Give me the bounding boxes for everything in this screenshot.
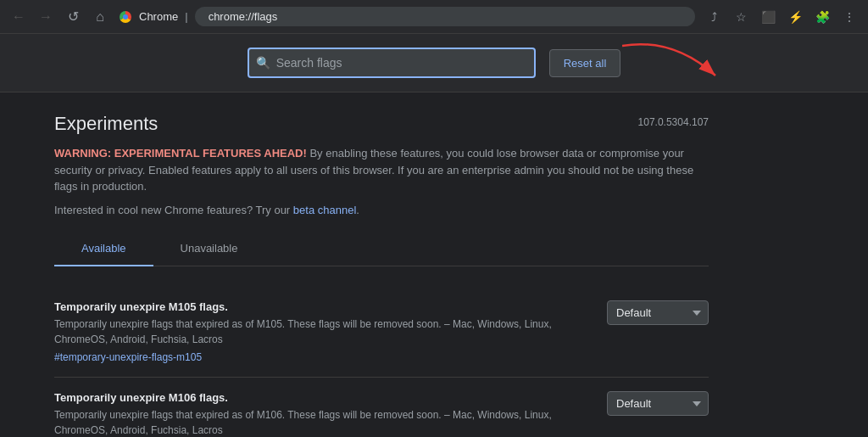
- browser-chrome: ← → ↺ ⌂ Chrome | ⤴ ☆ ⬛ ⚡ 🧩 ⋮: [0, 0, 868, 34]
- back-button[interactable]: ←: [7, 5, 31, 29]
- search-icon: 🔍: [256, 56, 270, 70]
- version-text: 107.0.5304.107: [638, 116, 709, 128]
- puzzle-button[interactable]: 🧩: [810, 5, 834, 29]
- warning-bold-text: WARNING: EXPERIMENTAL FEATURES AHEAD!: [54, 147, 307, 160]
- beta-channel-link[interactable]: beta channel: [293, 204, 356, 216]
- browser-actions: ⤴ ☆ ⬛ ⚡ 🧩 ⋮: [702, 5, 861, 29]
- experiments-header: Experiments 107.0.5304.107: [54, 113, 709, 135]
- search-wrapper: 🔍: [248, 48, 536, 78]
- forward-button[interactable]: →: [34, 5, 58, 29]
- flags-main: Experiments 107.0.5304.107 WARNING: EXPE…: [0, 92, 763, 437]
- search-bar: 🔍 Reset all: [0, 34, 868, 92]
- extension-button[interactable]: ⬛: [756, 5, 780, 29]
- flag-link-m105[interactable]: #temporary-unexpire-flags-m105: [54, 351, 202, 363]
- lightning-button[interactable]: ⚡: [783, 5, 807, 29]
- separator: |: [185, 10, 187, 23]
- nav-buttons: ← → ↺ ⌂: [7, 5, 112, 29]
- flag-select-m105[interactable]: Default Enabled Disabled: [607, 300, 709, 325]
- flag-item-m105: Temporarily unexpire M105 flags. Tempora…: [54, 287, 709, 378]
- bookmark-button[interactable]: ☆: [729, 5, 753, 29]
- beta-intro: Interested in cool new Chrome features? …: [54, 204, 293, 216]
- reload-button[interactable]: ↺: [61, 5, 85, 29]
- reset-all-button[interactable]: Reset all: [549, 49, 621, 77]
- warning-banner: WARNING: EXPERIMENTAL FEATURES AHEAD! By…: [54, 145, 709, 218]
- flag-info-m106: Temporarily unexpire M106 flags. Tempora…: [54, 391, 587, 437]
- chrome-label: Chrome: [139, 10, 178, 23]
- flag-item-m106: Temporarily unexpire M106 flags. Tempora…: [54, 378, 709, 437]
- flag-desc-m106: Temporarily unexpire flags that expired …: [54, 407, 587, 437]
- flag-title-m105: Temporarily unexpire M105 flags.: [54, 300, 587, 313]
- address-input[interactable]: [195, 7, 695, 26]
- address-bar-area: Chrome |: [119, 7, 695, 26]
- search-input[interactable]: [248, 48, 536, 78]
- chrome-logo-icon: [119, 10, 132, 24]
- beta-channel-text: Interested in cool new Chrome features? …: [54, 202, 709, 219]
- tabs-container: Available Unavailable: [54, 232, 709, 266]
- flag-title-m106: Temporarily unexpire M106 flags.: [54, 391, 587, 404]
- flag-control-m105[interactable]: Default Enabled Disabled: [607, 300, 709, 325]
- flag-select-m106[interactable]: Default Enabled Disabled: [607, 391, 709, 416]
- page-title: Experiments: [54, 113, 158, 135]
- arrow-annotation: [622, 37, 724, 88]
- warning-text: WARNING: EXPERIMENTAL FEATURES AHEAD! By…: [54, 145, 709, 195]
- tab-unavailable[interactable]: Unavailable: [153, 232, 265, 266]
- tab-available[interactable]: Available: [54, 232, 153, 266]
- menu-button[interactable]: ⋮: [837, 5, 861, 29]
- flag-control-m106[interactable]: Default Enabled Disabled: [607, 391, 709, 416]
- flag-desc-m105: Temporarily unexpire flags that expired …: [54, 317, 587, 347]
- home-button[interactable]: ⌂: [88, 5, 112, 29]
- flag-info-m105: Temporarily unexpire M105 flags. Tempora…: [54, 300, 587, 363]
- share-button[interactable]: ⤴: [702, 5, 726, 29]
- beta-suffix: .: [356, 204, 359, 216]
- page-content: 🔍 Reset all Experiments 107.0.5304.107 W…: [0, 34, 868, 437]
